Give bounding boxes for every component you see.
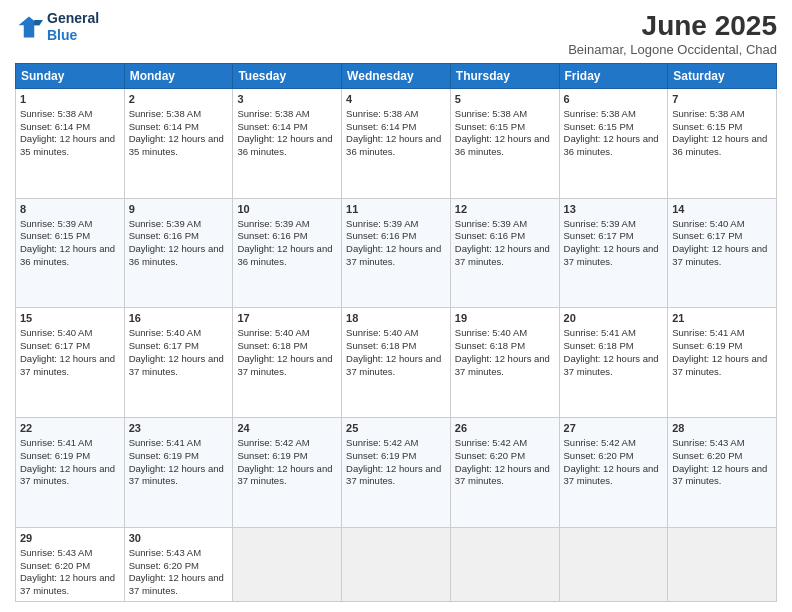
day-number: 10	[237, 202, 337, 217]
sunrise-line: Sunrise: 5:38 AM	[346, 108, 418, 119]
sunrise-line: Sunrise: 5:38 AM	[129, 108, 201, 119]
day-number: 27	[564, 421, 664, 436]
sunrise-line: Sunrise: 5:41 AM	[564, 327, 636, 338]
daylight-line: Daylight: 12 hours and 37 minutes.	[346, 353, 441, 377]
calendar-cell: 25Sunrise: 5:42 AMSunset: 6:19 PMDayligh…	[342, 418, 451, 528]
day-number: 30	[129, 531, 229, 546]
day-number: 17	[237, 311, 337, 326]
day-number: 9	[129, 202, 229, 217]
calendar-cell: 9Sunrise: 5:39 AMSunset: 6:16 PMDaylight…	[124, 198, 233, 308]
calendar-cell: 20Sunrise: 5:41 AMSunset: 6:18 PMDayligh…	[559, 308, 668, 418]
calendar-cell: 5Sunrise: 5:38 AMSunset: 6:15 PMDaylight…	[450, 89, 559, 199]
calendar-cell: 11Sunrise: 5:39 AMSunset: 6:16 PMDayligh…	[342, 198, 451, 308]
daylight-line: Daylight: 12 hours and 37 minutes.	[455, 463, 550, 487]
day-number: 20	[564, 311, 664, 326]
calendar-cell: 30Sunrise: 5:43 AMSunset: 6:20 PMDayligh…	[124, 527, 233, 601]
calendar-cell	[233, 527, 342, 601]
calendar-cell: 18Sunrise: 5:40 AMSunset: 6:18 PMDayligh…	[342, 308, 451, 418]
sunset-line: Sunset: 6:19 PM	[672, 340, 742, 351]
title-block: June 2025 Beinamar, Logone Occidental, C…	[568, 10, 777, 57]
logo-icon	[15, 13, 43, 41]
sunset-line: Sunset: 6:15 PM	[672, 121, 742, 132]
sunrise-line: Sunrise: 5:40 AM	[237, 327, 309, 338]
calendar-cell: 22Sunrise: 5:41 AMSunset: 6:19 PMDayligh…	[16, 418, 125, 528]
sunset-line: Sunset: 6:19 PM	[237, 450, 307, 461]
sunrise-line: Sunrise: 5:38 AM	[237, 108, 309, 119]
calendar-cell: 1Sunrise: 5:38 AMSunset: 6:14 PMDaylight…	[16, 89, 125, 199]
day-number: 7	[672, 92, 772, 107]
calendar-cell: 2Sunrise: 5:38 AMSunset: 6:14 PMDaylight…	[124, 89, 233, 199]
sunset-line: Sunset: 6:18 PM	[455, 340, 525, 351]
sunrise-line: Sunrise: 5:41 AM	[129, 437, 201, 448]
daylight-line: Daylight: 12 hours and 36 minutes.	[237, 133, 332, 157]
daylight-line: Daylight: 12 hours and 36 minutes.	[564, 133, 659, 157]
col-header-sunday: Sunday	[16, 64, 125, 89]
week-row-2: 8Sunrise: 5:39 AMSunset: 6:15 PMDaylight…	[16, 198, 777, 308]
day-number: 23	[129, 421, 229, 436]
calendar-cell	[342, 527, 451, 601]
day-number: 15	[20, 311, 120, 326]
page: General Blue June 2025 Beinamar, Logone …	[0, 0, 792, 612]
calendar-cell: 27Sunrise: 5:42 AMSunset: 6:20 PMDayligh…	[559, 418, 668, 528]
sunset-line: Sunset: 6:20 PM	[672, 450, 742, 461]
day-number: 12	[455, 202, 555, 217]
sunrise-line: Sunrise: 5:38 AM	[20, 108, 92, 119]
calendar-cell: 29Sunrise: 5:43 AMSunset: 6:20 PMDayligh…	[16, 527, 125, 601]
calendar-cell: 8Sunrise: 5:39 AMSunset: 6:15 PMDaylight…	[16, 198, 125, 308]
calendar-cell: 7Sunrise: 5:38 AMSunset: 6:15 PMDaylight…	[668, 89, 777, 199]
sunset-line: Sunset: 6:20 PM	[564, 450, 634, 461]
sunrise-line: Sunrise: 5:40 AM	[672, 218, 744, 229]
day-number: 22	[20, 421, 120, 436]
day-number: 19	[455, 311, 555, 326]
day-number: 5	[455, 92, 555, 107]
sunset-line: Sunset: 6:17 PM	[129, 340, 199, 351]
sunset-line: Sunset: 6:19 PM	[129, 450, 199, 461]
logo: General Blue	[15, 10, 99, 44]
sunrise-line: Sunrise: 5:38 AM	[455, 108, 527, 119]
daylight-line: Daylight: 12 hours and 37 minutes.	[237, 463, 332, 487]
calendar-cell	[668, 527, 777, 601]
header-row: SundayMondayTuesdayWednesdayThursdayFrid…	[16, 64, 777, 89]
daylight-line: Daylight: 12 hours and 37 minutes.	[346, 463, 441, 487]
sunrise-line: Sunrise: 5:41 AM	[20, 437, 92, 448]
col-header-monday: Monday	[124, 64, 233, 89]
sunset-line: Sunset: 6:19 PM	[346, 450, 416, 461]
daylight-line: Daylight: 12 hours and 36 minutes.	[20, 243, 115, 267]
sunrise-line: Sunrise: 5:39 AM	[455, 218, 527, 229]
daylight-line: Daylight: 12 hours and 36 minutes.	[346, 133, 441, 157]
sunset-line: Sunset: 6:19 PM	[20, 450, 90, 461]
day-number: 8	[20, 202, 120, 217]
calendar-cell	[559, 527, 668, 601]
sunrise-line: Sunrise: 5:43 AM	[672, 437, 744, 448]
daylight-line: Daylight: 12 hours and 35 minutes.	[129, 133, 224, 157]
week-row-5: 29Sunrise: 5:43 AMSunset: 6:20 PMDayligh…	[16, 527, 777, 601]
day-number: 26	[455, 421, 555, 436]
daylight-line: Daylight: 12 hours and 37 minutes.	[564, 353, 659, 377]
sunset-line: Sunset: 6:18 PM	[346, 340, 416, 351]
daylight-line: Daylight: 12 hours and 37 minutes.	[237, 353, 332, 377]
sunset-line: Sunset: 6:16 PM	[237, 230, 307, 241]
week-row-4: 22Sunrise: 5:41 AMSunset: 6:19 PMDayligh…	[16, 418, 777, 528]
calendar-cell: 24Sunrise: 5:42 AMSunset: 6:19 PMDayligh…	[233, 418, 342, 528]
day-number: 24	[237, 421, 337, 436]
sunrise-line: Sunrise: 5:43 AM	[129, 547, 201, 558]
sunset-line: Sunset: 6:20 PM	[20, 560, 90, 571]
sunset-line: Sunset: 6:14 PM	[129, 121, 199, 132]
day-number: 11	[346, 202, 446, 217]
day-number: 1	[20, 92, 120, 107]
sunrise-line: Sunrise: 5:42 AM	[346, 437, 418, 448]
daylight-line: Daylight: 12 hours and 37 minutes.	[455, 243, 550, 267]
sunrise-line: Sunrise: 5:41 AM	[672, 327, 744, 338]
day-number: 14	[672, 202, 772, 217]
calendar-cell: 17Sunrise: 5:40 AMSunset: 6:18 PMDayligh…	[233, 308, 342, 418]
daylight-line: Daylight: 12 hours and 37 minutes.	[455, 353, 550, 377]
sunrise-line: Sunrise: 5:39 AM	[129, 218, 201, 229]
daylight-line: Daylight: 12 hours and 37 minutes.	[20, 463, 115, 487]
calendar-cell: 10Sunrise: 5:39 AMSunset: 6:16 PMDayligh…	[233, 198, 342, 308]
daylight-line: Daylight: 12 hours and 37 minutes.	[129, 463, 224, 487]
daylight-line: Daylight: 12 hours and 35 minutes.	[20, 133, 115, 157]
calendar-cell: 12Sunrise: 5:39 AMSunset: 6:16 PMDayligh…	[450, 198, 559, 308]
calendar-cell	[450, 527, 559, 601]
calendar-cell: 21Sunrise: 5:41 AMSunset: 6:19 PMDayligh…	[668, 308, 777, 418]
sunset-line: Sunset: 6:18 PM	[564, 340, 634, 351]
